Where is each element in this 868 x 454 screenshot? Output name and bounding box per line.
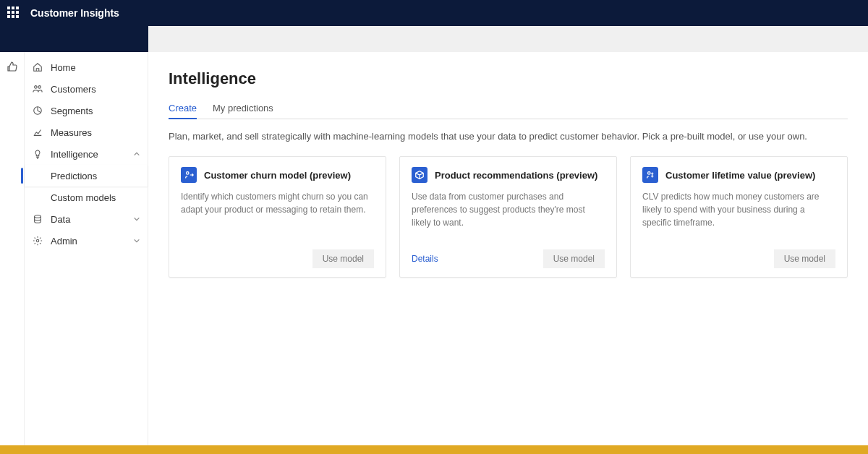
card-title: Customer lifetime value (preview)	[665, 170, 815, 181]
use-model-button[interactable]: Use model	[312, 249, 374, 268]
card-customer-churn: Customer churn model (preview) Identify …	[169, 156, 386, 278]
card-grid: Customer churn model (preview) Identify …	[169, 156, 848, 278]
svg-point-6	[648, 172, 651, 175]
chevron-down-icon	[133, 237, 140, 244]
card-title: Product recommendations (preview)	[435, 170, 597, 181]
sidebar-subitem-predictions[interactable]: Predictions	[25, 165, 148, 187]
sidebar-item-customers[interactable]: Customers	[25, 78, 148, 100]
sidebar-item-label: Measures	[51, 127, 92, 138]
svg-point-0	[35, 86, 38, 89]
sidebar-item-measures[interactable]: Measures	[25, 121, 148, 143]
sidebar-item-segments[interactable]: Segments	[25, 100, 148, 121]
sidebar-item-label: Home	[51, 62, 76, 73]
card-product-recommendations: Product recommendations (preview) Use da…	[399, 156, 617, 278]
bulb-icon	[32, 148, 43, 160]
chart-icon	[32, 127, 43, 138]
chevron-up-icon	[133, 150, 140, 158]
tab-my-predictions[interactable]: My predictions	[213, 98, 273, 119]
sidebar-subitem-custom-models[interactable]: Custom models	[25, 187, 148, 208]
chevron-down-icon	[133, 215, 140, 223]
main-content: Intelligence Create My predictions Plan,…	[148, 52, 868, 445]
sidebar-item-home[interactable]: Home	[25, 56, 148, 78]
app-launcher-icon[interactable]	[7, 7, 20, 20]
sidebar-subitem-label: Custom models	[51, 192, 116, 203]
people-icon	[32, 83, 43, 95]
page-title: Intelligence	[169, 69, 848, 88]
left-rail	[0, 52, 25, 445]
person-exit-icon	[181, 167, 197, 183]
thumbs-up-icon[interactable]	[7, 61, 18, 72]
use-model-button[interactable]: Use model	[543, 249, 605, 268]
svg-point-5	[187, 172, 190, 175]
app-name: Customer Insights	[30, 7, 119, 19]
bottom-accent-bar	[0, 445, 868, 454]
card-description: Use data from customer purchases and pre…	[412, 190, 605, 229]
sidebar-item-intelligence[interactable]: Intelligence	[25, 143, 148, 165]
sidebar-item-label: Segments	[51, 106, 93, 116]
use-model-button[interactable]: Use model	[774, 249, 835, 268]
sub-bar	[0, 26, 868, 52]
sidebar-item-label: Admin	[51, 236, 77, 247]
sidebar-subitem-label: Predictions	[51, 171, 97, 181]
person-value-icon	[642, 167, 658, 183]
tab-create[interactable]: Create	[169, 98, 197, 119]
svg-point-1	[38, 86, 41, 89]
top-bar: Customer Insights	[0, 0, 868, 26]
sidebar: Home Customers Segments Measures Intelli…	[25, 52, 148, 445]
card-description: Identify which customers might churn so …	[181, 190, 374, 216]
gear-icon	[32, 235, 43, 247]
sidebar-item-label: Intelligence	[51, 149, 98, 160]
database-icon	[32, 213, 43, 225]
card-title: Customer churn model (preview)	[204, 170, 351, 181]
card-description: CLV predicts how much money customers ar…	[642, 190, 835, 229]
card-customer-lifetime-value: Customer lifetime value (preview) CLV pr…	[630, 156, 848, 278]
svg-point-4	[36, 239, 39, 242]
box-icon	[412, 167, 427, 183]
tab-bar: Create My predictions	[169, 98, 848, 119]
home-icon	[32, 61, 43, 73]
pie-icon	[32, 105, 43, 116]
sidebar-item-admin[interactable]: Admin	[25, 230, 148, 252]
svg-point-3	[35, 215, 41, 218]
intro-text: Plan, market, and sell strategically wit…	[169, 131, 848, 142]
sidebar-item-label: Data	[51, 214, 70, 225]
sidebar-item-data[interactable]: Data	[25, 208, 148, 230]
sidebar-item-label: Customers	[51, 84, 96, 95]
details-link[interactable]: Details	[412, 254, 438, 264]
